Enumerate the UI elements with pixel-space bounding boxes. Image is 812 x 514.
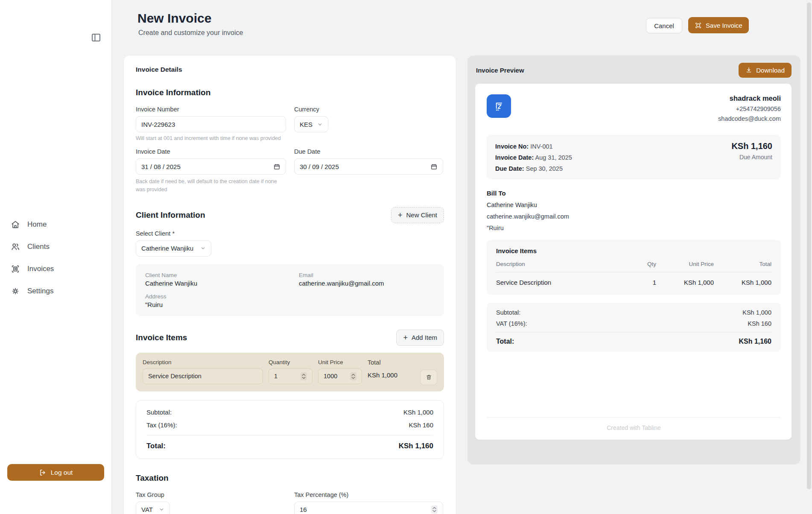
- sidebar-item-label: Settings: [27, 287, 53, 295]
- add-item-label: Add Item: [412, 334, 437, 341]
- invoice-date-label: Invoice Date: [136, 148, 286, 155]
- client-select[interactable]: Catherine Wanjiku: [136, 240, 211, 257]
- calendar-icon: [273, 163, 280, 170]
- item-description-input[interactable]: [143, 368, 263, 384]
- item-total-value: KSh 1,000: [368, 371, 415, 379]
- col-description: Description: [496, 261, 622, 267]
- sidebar-nav: Home Clients Invoices Settings: [0, 213, 111, 302]
- business-email: shadcodes@duck.com: [718, 115, 781, 122]
- item-unit-price-stepper[interactable]: 1000: [318, 368, 362, 384]
- logout-icon: [39, 469, 47, 476]
- business-phone: +254742909056: [718, 105, 781, 112]
- col-unit-price: Unit Price: [656, 261, 714, 267]
- bill-to-address: "Ruiru: [487, 225, 781, 231]
- tax-group-select[interactable]: VAT: [136, 502, 170, 514]
- preview-items-title: Invoice Items: [496, 247, 771, 254]
- pv-subtotal-label: Subtotal:: [496, 309, 520, 316]
- bill-to-name: Catherine Wanjiku: [487, 202, 781, 208]
- sidebar-item-label: Clients: [27, 242, 50, 251]
- invoice-number-label: Invoice Number: [136, 106, 286, 113]
- chevron-down-icon: [317, 122, 323, 127]
- preview-title: Invoice Preview: [475, 67, 524, 74]
- cell-total: KSh 1,000: [714, 279, 771, 286]
- item-quantity-stepper[interactable]: 1: [269, 368, 313, 384]
- new-client-label: New Client: [406, 211, 437, 219]
- download-button[interactable]: Download: [739, 63, 792, 78]
- logo-mark: [493, 100, 505, 113]
- invoice-number-hint: Will start at 001 and increment with tim…: [136, 135, 286, 141]
- logout-button[interactable]: Log out: [7, 464, 104, 481]
- stepper-icons[interactable]: [350, 372, 356, 380]
- currency-label: Currency: [294, 106, 443, 113]
- tax-value: KSh 160: [409, 421, 433, 429]
- business-name: shadrack meoli: [718, 94, 781, 102]
- due-date-input[interactable]: 30 / 09 / 2025: [294, 158, 443, 175]
- business-logo: [487, 94, 511, 118]
- selected-client-value: Catherine Wanjiku: [141, 245, 193, 252]
- save-label: Save Invoice: [706, 22, 742, 29]
- subtotal-label: Subtotal:: [146, 409, 172, 416]
- subtotal-value: KSh 1,000: [403, 409, 433, 416]
- page-subtitle: Create and customize your invoice: [138, 29, 243, 37]
- item-unit-price-label: Unit Price: [318, 359, 362, 365]
- due-amount-caption: Due Amount: [731, 154, 772, 161]
- new-client-button[interactable]: + New Client: [391, 207, 444, 223]
- invoice-number-input[interactable]: [136, 116, 286, 132]
- plus-icon: +: [403, 334, 408, 342]
- cancel-button[interactable]: Cancel: [646, 18, 682, 33]
- due-date-label: Due Date:: [495, 165, 524, 172]
- tax-percentage-label: Tax Percentage (%): [294, 491, 443, 498]
- tax-percentage-input[interactable]: 16: [294, 502, 443, 514]
- add-item-button[interactable]: + Add Item: [396, 330, 444, 346]
- item-quantity-label: Quantity: [269, 359, 313, 365]
- stepper-icons[interactable]: [301, 372, 307, 380]
- sidebar-item-label: Invoices: [27, 265, 54, 273]
- section-invoice-items: Invoice Items: [136, 333, 187, 342]
- trash-icon: [426, 374, 432, 380]
- pv-vat-value: KSh 160: [748, 320, 771, 327]
- due-date-value: Sep 30, 2025: [526, 165, 563, 172]
- scrollbar[interactable]: [807, 3, 811, 489]
- panel-left-icon[interactable]: [91, 32, 101, 43]
- form-totals-card: Subtotal: KSh 1,000 Tax (16%): KSh 160 T…: [136, 400, 444, 459]
- sidebar-item-home[interactable]: Home: [0, 213, 111, 236]
- client-info-panel: Client Name Catherine Wanjiku Email cath…: [136, 264, 444, 316]
- sidebar-item-clients[interactable]: Clients: [0, 236, 111, 258]
- delete-item-button[interactable]: [420, 370, 437, 385]
- invoice-date-input[interactable]: 31 / 08 / 2025: [136, 158, 286, 175]
- sidebar-item-invoices[interactable]: Invoices: [0, 258, 111, 280]
- sidebar-item-settings[interactable]: Settings: [0, 280, 111, 302]
- section-client-information: Client Information: [136, 210, 205, 220]
- currency-value: KES: [300, 121, 313, 128]
- pv-total-value: KSh 1,160: [739, 338, 771, 345]
- gear-icon: [11, 286, 20, 296]
- save-invoice-button[interactable]: Save Invoice: [688, 17, 749, 33]
- invoice-item-row: Description Quantity 1 Unit Price 1000 T…: [136, 353, 444, 391]
- col-total: Total: [714, 261, 771, 267]
- invoice-date-value: 31 / 08 / 2025: [141, 163, 181, 170]
- home-icon: [11, 220, 20, 229]
- stepper-icons[interactable]: [431, 505, 438, 514]
- due-date-value: 30 / 09 / 2025: [300, 163, 339, 170]
- tax-label: Tax (16%):: [146, 421, 177, 429]
- section-taxation: Taxation: [136, 473, 444, 483]
- invoice-no-value: INV-001: [530, 143, 552, 150]
- users-icon: [11, 242, 20, 251]
- tax-percentage-value: 16: [300, 506, 307, 513]
- download-icon: [745, 67, 752, 73]
- total-value: KSh 1,160: [399, 442, 433, 450]
- item-unit-price-value: 1000: [324, 373, 337, 380]
- due-amount-value: KSh 1,160: [731, 141, 772, 151]
- client-email-value: catherine.wanjiku@gmail.com: [299, 280, 384, 287]
- sidebar: Home Clients Invoices Settings Log out: [0, 0, 112, 514]
- calendar-icon: [430, 163, 438, 170]
- preview-items-box: Invoice Items Description Qty Unit Price…: [487, 240, 781, 295]
- invoice-no-label: Invoice No:: [495, 143, 529, 150]
- select-client-label: Select Client *: [136, 230, 444, 237]
- section-invoice-information: Invoice Information: [136, 88, 444, 97]
- currency-select[interactable]: KES: [294, 116, 328, 132]
- invoice-details-card: Invoice Details Invoice Information Invo…: [123, 55, 456, 514]
- invoice-preview-panel: Invoice Preview Download shadrack meoli …: [467, 55, 800, 464]
- item-description-label: Description: [143, 359, 263, 365]
- chevron-down-icon: [200, 245, 206, 251]
